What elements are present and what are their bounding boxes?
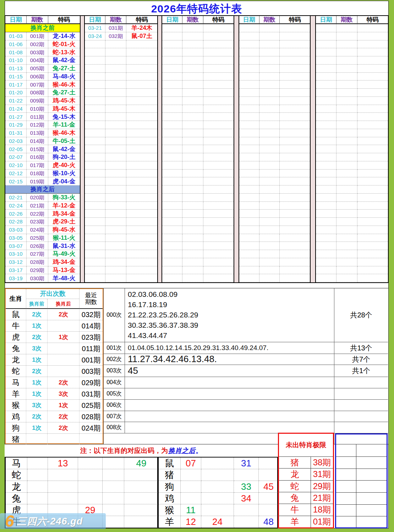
date-cell: [85, 185, 105, 194]
count-numbers: 11.27.34.42.46.13.48.: [125, 354, 334, 365]
code-cell: [357, 40, 388, 49]
date-cell: [316, 137, 336, 145]
period-cell: [336, 170, 357, 178]
total-count: [334, 422, 388, 433]
code-cell: [126, 145, 157, 153]
code-cell: [357, 24, 388, 32]
bottom-number-cell: [124, 469, 159, 481]
period-cell: [259, 81, 280, 89]
date-cell: [85, 121, 105, 129]
limit-period: 38期: [311, 457, 333, 468]
period-cell: 030期: [27, 274, 48, 282]
period-cell: [336, 258, 357, 266]
bottom-number-cell: [27, 469, 48, 481]
column-header-date: 日期: [239, 16, 259, 24]
count-after-change: [48, 366, 79, 377]
zodiac-row: 兔3次011期: [6, 343, 103, 354]
count-label: 005次: [104, 388, 125, 399]
zodiac-name: 猴: [6, 400, 26, 411]
date-cell: [239, 97, 259, 105]
limit-row: 羊01期: [279, 516, 333, 527]
zodiac-row: 蛇2次003期: [6, 366, 103, 377]
code-cell: 虎-04-金: [48, 177, 80, 185]
code-cell: [126, 48, 157, 56]
date-cell: [85, 56, 105, 65]
date-cell: [85, 65, 105, 73]
code-cell: [203, 129, 234, 137]
period-cell: [336, 234, 357, 242]
period-cell: [182, 56, 203, 65]
period-cell: [105, 234, 126, 242]
period-cell: [182, 48, 203, 56]
period-cell: [336, 56, 357, 65]
code-cell: [203, 177, 234, 185]
note-text: 注：以下生肖的对应出码，为: [80, 446, 168, 455]
period-cell: [259, 73, 280, 81]
date-cell: [162, 40, 182, 49]
count-after-change: 2次: [48, 309, 79, 320]
code-cell: [280, 234, 310, 242]
period-cell: 011期: [27, 113, 48, 121]
period-cell: [182, 121, 203, 129]
column-header-period: 期数: [259, 16, 280, 24]
date-cell: [239, 210, 259, 218]
code-cell: 鸡-34-金: [48, 258, 80, 266]
bottom-number-cell: [201, 504, 234, 516]
count-row: 003次45: [104, 365, 334, 377]
date-cell: [162, 81, 182, 89]
period-cell: [182, 145, 203, 153]
period-cell: [105, 137, 126, 145]
period-cell: [336, 137, 357, 145]
period-cell: [259, 40, 280, 49]
column-header-period: 期数: [27, 16, 48, 24]
date-cell: [85, 258, 105, 266]
zodiac-change-banner: 换肖之前: [5, 24, 80, 32]
date-cell: 03-17: [5, 266, 27, 275]
code-cell: [357, 202, 388, 210]
period-cell: [259, 145, 280, 153]
date-cell: 02-26: [5, 210, 27, 218]
count-after-change: [48, 354, 79, 365]
code-cell: [357, 266, 388, 275]
count-after-change: [48, 434, 79, 445]
bottom-number-cell: [103, 458, 124, 469]
code-cell: [203, 145, 234, 153]
code-cell: [203, 218, 234, 226]
count-label: 002次: [104, 354, 125, 365]
limit-box-body: 猪38期龙31期蛇29期兔21期牛18期羊01期: [279, 457, 333, 527]
code-cell: [357, 129, 388, 137]
bottom-zodiac-name: 猴: [159, 504, 181, 516]
column-header-code: 特码: [203, 16, 234, 24]
period-cell: [336, 89, 357, 97]
date-cell: 03-03: [5, 226, 27, 234]
column-header-period: 期数: [182, 16, 203, 24]
code-cell: [280, 24, 310, 32]
period-cell: [336, 185, 357, 194]
code-cell: 龙-14-水: [48, 32, 80, 40]
limit-zodiac: 蛇: [279, 481, 311, 492]
date-cell: 01-29: [5, 121, 27, 129]
date-cell: [316, 250, 336, 258]
bottom-number-cell: [259, 504, 279, 516]
bottom-number-cell: [259, 458, 279, 469]
count-before-change: 1次: [26, 377, 48, 388]
date-cell: [316, 153, 336, 161]
count-numbers: 02.03.06.08.0916.17.18.1921.22.23.25.26.…: [125, 288, 334, 342]
bottom-number-cell: [234, 469, 259, 481]
period-cell: [259, 177, 280, 185]
total-count: 共28个: [334, 288, 388, 342]
bottom-middle-table: 鼠0731猪狗3345鸡34猴11羊122448: [158, 457, 278, 528]
period-cell: [336, 226, 357, 234]
date-cell: 01-24: [5, 105, 27, 113]
date-cell: [239, 153, 259, 161]
period-cell: [336, 24, 357, 32]
period-cell: [182, 89, 203, 97]
code-cell: [280, 81, 310, 89]
bottom-zodiac-name: 鼠: [159, 458, 181, 469]
code-cell: [126, 210, 157, 218]
code-cell: 兔-27-土: [48, 89, 80, 97]
code-cell: [203, 274, 234, 282]
bottom-number-cell: [103, 481, 124, 493]
recent-period: [79, 434, 103, 445]
count-label: 004次: [104, 377, 125, 388]
